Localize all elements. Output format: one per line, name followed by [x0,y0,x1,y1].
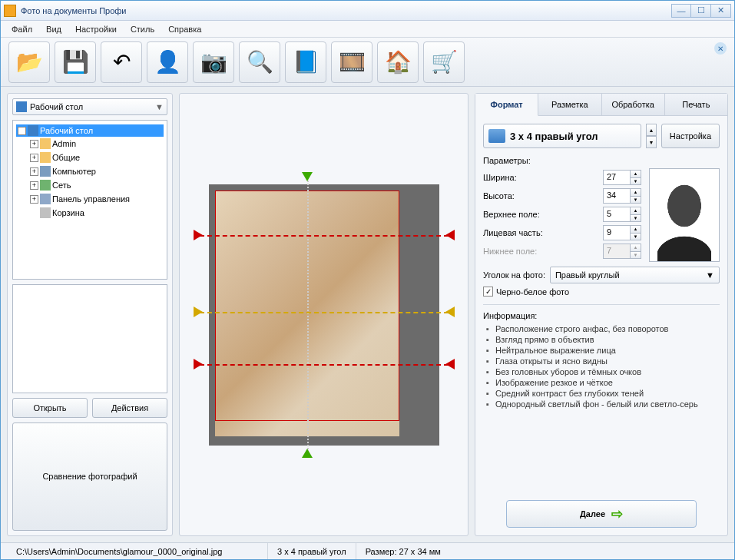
tool-person[interactable]: 👤 [147,41,188,83]
height-label: Высота: [483,191,600,200]
help-book-icon: 📘 [293,49,319,75]
chevron-up-icon[interactable]: ▲ [631,189,641,197]
minimize-button[interactable]: — [671,4,691,18]
actions-button[interactable]: Действия [92,398,167,418]
chevron-up-icon[interactable]: ▲ [646,124,657,136]
location-combo-text: Рабочий стол [30,102,155,111]
chin-guide[interactable] [200,364,449,366]
bw-checkbox-label: Черно-белое фото [496,287,569,297]
info-list: Расположение строго анфас, без поворотов… [483,323,720,409]
chevron-down-icon[interactable]: ▼ [631,178,641,185]
tool-help[interactable]: 📘 [285,41,326,83]
guide-handle-icon[interactable] [194,359,203,369]
tree-node-label: Компьютер [52,167,96,176]
bottom-margin-value: 7 [604,244,630,258]
info-item: Взгляд прямо в объектив [486,334,720,345]
tool-film[interactable]: 🎞️ [331,41,372,83]
statusbar: C:\Users\Admin\Documents\glamour_0000_or… [1,542,734,559]
menubar: Файл Вид Настройки Стиль Справка [1,21,734,38]
format-select[interactable]: 3 x 4 правый угол [483,124,641,148]
folder-icon [40,152,51,163]
tab-markup[interactable]: Разметка [538,94,601,115]
tool-open[interactable]: 📂 [8,41,50,83]
menu-help[interactable]: Справка [162,22,207,36]
tree-node-cpanel[interactable]: +Панель управления [28,193,164,205]
location-combo[interactable]: Рабочий стол ▼ [12,98,167,115]
guide-handle-icon[interactable] [445,230,455,240]
tree-expand-icon[interactable]: + [30,140,38,148]
chevron-down-icon: ▼ [155,102,164,111]
maximize-button[interactable]: ☐ [691,4,711,18]
chevron-up-icon: ▲ [631,244,641,252]
guide-handle-icon[interactable] [194,230,203,240]
eye-guide[interactable] [200,312,449,313]
chevron-down-icon[interactable]: ▼ [631,234,641,240]
menu-settings[interactable]: Настройки [69,22,123,36]
trash-icon [40,207,51,218]
width-label: Ширина: [483,173,600,182]
guide-handle-icon[interactable] [194,307,203,317]
close-help-button[interactable]: ✕ [714,42,727,55]
top-handle-icon[interactable] [302,172,313,181]
vertical-guide[interactable] [307,175,309,455]
tool-save[interactable]: 💾 [55,41,96,83]
info-item: Расположение строго анфас, без поворотов [486,323,720,334]
tree-node-admin[interactable]: +Admin [28,138,164,150]
chevron-up-icon[interactable]: ▲ [631,226,641,234]
format-spinner[interactable]: ▲▼ [646,124,657,148]
next-button[interactable]: Далее ⇨ [506,500,697,528]
top-margin-spinner[interactable]: 5▲▼ [603,207,641,222]
info-item: Однородный светлый фон - белый или светл… [486,399,720,409]
guide-handle-icon[interactable] [445,307,455,317]
chevron-down-icon[interactable]: ▼ [631,215,641,222]
top-guide[interactable] [200,235,449,237]
tab-format[interactable]: Формат [475,94,538,116]
chevron-down-icon[interactable]: ▼ [631,197,641,204]
chevron-down-icon[interactable]: ▼ [646,136,657,148]
height-value: 34 [604,189,630,203]
tab-print[interactable]: Печать [665,94,727,115]
photo-editor[interactable] [194,169,455,461]
chevron-up-icon[interactable]: ▲ [631,207,641,215]
tree-node-label: Сеть [52,181,71,190]
settings-button[interactable]: Настройка [661,124,720,148]
tree-node-desktop[interactable]: − Рабочий стол [16,124,164,137]
tree-node-computer[interactable]: +Компьютер [28,165,164,177]
tree-node-trash[interactable]: Корзина [28,207,164,219]
tree-collapse-icon[interactable]: − [18,127,26,135]
tool-home[interactable]: 🏠 [377,41,419,83]
chevron-up-icon[interactable]: ▲ [631,171,641,178]
tree-expand-icon[interactable]: + [30,181,38,190]
tab-process[interactable]: Обработка [602,94,665,115]
bottom-handle-icon[interactable] [302,449,313,458]
height-spinner[interactable]: 34▲▼ [603,188,641,204]
tree-expand-icon[interactable]: + [30,167,38,176]
tool-image-search[interactable]: 🔍 [239,41,280,83]
tree-node-network[interactable]: +Сеть [28,179,164,191]
menu-view[interactable]: Вид [40,22,68,36]
guide-handle-icon[interactable] [445,359,455,369]
params-title: Параметры: [483,156,720,165]
tree-node-public[interactable]: +Общие [28,151,164,164]
compare-button[interactable]: Сравнение фотографий [12,422,167,532]
open-button[interactable]: Открыть [12,398,88,418]
tree-expand-icon[interactable]: + [30,154,38,162]
tabs: Формат Разметка Обработка Печать [475,94,727,116]
tool-cart[interactable]: 🛒 [423,41,465,83]
width-spinner[interactable]: 27▲▼ [603,170,641,185]
titlebar: Фото на документы Профи — ☐ ✕ [1,1,734,21]
corner-select[interactable]: Правый круглый▼ [550,267,720,283]
face-spinner[interactable]: 9▲▼ [603,225,641,240]
tool-undo[interactable]: ↶ [101,41,142,83]
next-button-label: Далее [580,509,605,519]
menu-file[interactable]: Файл [5,22,38,36]
toolbar: 📂 💾 ↶ 👤 📷 🔍 📘 🎞️ 🏠 🛒 ✕ [1,38,734,87]
tool-camera[interactable]: 📷 [193,41,234,83]
tab-body: 3 x 4 правый угол ▲▼ Настройка Параметры… [475,116,727,495]
corner-select-text: Правый круглый [555,270,706,280]
bw-checkbox[interactable]: ✓ [483,287,493,297]
menu-style[interactable]: Стиль [124,22,161,36]
tree-expand-icon[interactable]: + [30,195,38,204]
tree-node-label: Корзина [52,208,84,217]
close-button[interactable]: ✕ [711,4,731,18]
